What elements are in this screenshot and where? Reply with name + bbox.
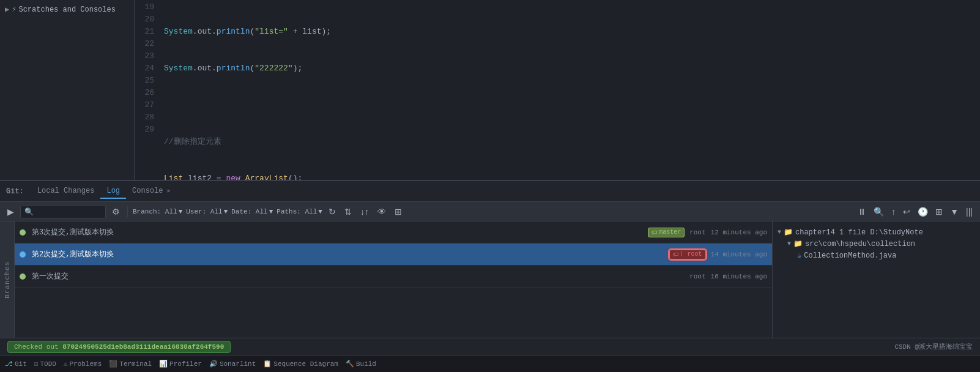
branch-dropdown-icon: ▼ — [179, 208, 183, 215]
user-dropdown-icon: ▼ — [224, 208, 228, 215]
commit-message-1: 第3次提交,测试版本切换 — [32, 227, 648, 237]
commit-author-1: root — [689, 229, 705, 236]
tag-label: master — [659, 229, 681, 236]
paths-selector[interactable]: Paths: All ▼ — [277, 208, 322, 215]
right-panel-file-text: CollectionMethod.java — [804, 251, 896, 260]
clock-button[interactable]: 🕐 — [915, 206, 930, 218]
commit-message-2: 第2次提交,测试版本切换 — [32, 249, 669, 259]
search-input[interactable] — [20, 205, 106, 218]
taskbar-problems-label: Problems — [69, 360, 102, 368]
taskbar-git-label: Git — [15, 360, 27, 368]
tab-console[interactable]: Console ✕ — [126, 184, 176, 199]
scratches-icon: ⚡ — [12, 5, 16, 14]
left-sidebar: ▶ ⚡ Scratches and Consoles — [0, 0, 135, 180]
branches-sidebar: Branches — [0, 221, 15, 338]
commit-meta-3: root 16 minutes ago — [689, 273, 767, 280]
date-selector[interactable]: Date: All ▼ — [231, 208, 273, 215]
undo-button[interactable]: ↩ — [900, 206, 913, 218]
terminal-icon: ⬛ — [109, 360, 117, 368]
git-tab-bar: Git: Local Changes Log Console ✕ — [0, 181, 980, 202]
code-content: System.out.println("list=" + list); Syst… — [159, 0, 980, 180]
checkout-message: Checked out 87024950525d1eb8ad3111deaa16… — [7, 341, 231, 353]
arrow-up-button[interactable]: ↑ — [889, 206, 898, 218]
line-num-23: 23 — [135, 50, 154, 62]
red-tag-icon: 🏷 — [673, 251, 679, 258]
tab-local-changes[interactable]: Local Changes — [31, 184, 101, 199]
user-selector[interactable]: User: All ▼ — [186, 208, 228, 215]
master-tag: 🏷 master — [648, 228, 685, 237]
scratches-label: Scratches and Consoles — [18, 6, 115, 14]
red-tag: 🏷 ! root — [669, 250, 706, 259]
settings-button[interactable]: ⚙ — [110, 206, 122, 218]
tab-log[interactable]: Log — [100, 184, 126, 199]
right-panel-src: ▼ 📁 src\com\hspedu\collection — [778, 238, 975, 250]
taskbar-sonarlint[interactable]: 🔊 Sonarlint — [209, 360, 256, 368]
profiler-icon: 📊 — [159, 360, 168, 368]
code-panel: 19 20 21 22 23 24 25 26 27 28 29 System.… — [135, 0, 980, 180]
folder-icon-1: 📁 — [784, 228, 793, 237]
tab-local-changes-label: Local Changes — [37, 187, 95, 195]
toolbar-sep-1 — [127, 206, 128, 217]
right-src-arrow-icon: ▼ — [787, 240, 791, 247]
line-num-27: 27 — [135, 99, 154, 111]
commit-row-2[interactable]: 第2次提交,测试版本切换 🏷 ! root 14 minutes ago — [15, 244, 772, 266]
commit-time-3: 16 minutes ago — [711, 273, 767, 280]
checkout-hash: 87024950525d1eb8ad3111deaa16838af264f590 — [62, 343, 224, 351]
taskbar-build[interactable]: 🔨 Build — [346, 360, 376, 368]
commit-row-3[interactable]: 第一次提交 root 16 minutes ago — [15, 266, 772, 288]
taskbar-profiler[interactable]: 📊 Profiler — [159, 360, 202, 368]
editor-area: ▶ ⚡ Scratches and Consoles 19 20 21 22 2… — [0, 0, 980, 180]
taskbar-todo-label: TODO — [40, 360, 56, 368]
java-file-icon: ☕ — [797, 251, 801, 260]
right-panel-folder-text: src\com\hspedu\collection — [805, 240, 915, 248]
right-arrow-icon: ▼ — [778, 229, 781, 236]
taskbar-profiler-label: Profiler — [169, 360, 202, 368]
build-icon: 🔨 — [346, 360, 354, 368]
branches-label: Branches — [4, 261, 11, 299]
todo-icon: ☑ — [34, 360, 39, 368]
tag-icon: 🏷 — [651, 229, 658, 236]
taskbar-terminal[interactable]: ⬛ Terminal — [109, 360, 152, 368]
watermark: CSDN @派大星搭海绵宝宝 — [894, 342, 973, 351]
taskbar-sequence[interactable]: 📋 Sequence Diagram — [263, 360, 338, 368]
branch-selector[interactable]: Branch: All ▼ — [133, 208, 182, 215]
filter-button[interactable]: ▼ — [948, 206, 961, 218]
tab-console-close[interactable]: ✕ — [166, 187, 170, 195]
commit-row-1[interactable]: 第3次提交,测试版本切换 🏷 master root 12 minutes ag… — [15, 221, 772, 244]
code-line-20: System.out.println("222222"); — [164, 62, 980, 75]
grid-button[interactable]: ⊞ — [933, 206, 945, 218]
line-num-28: 28 — [135, 111, 154, 124]
right-panel-title: ▼ 📁 chapter14 1 file D:\StudyNote — [778, 226, 975, 238]
git-toolbar: ▶ ⚙ Branch: All ▼ User: All ▼ Date: All … — [0, 202, 980, 221]
refresh-button[interactable]: ↻ — [326, 206, 338, 218]
pull-button[interactable]: ↓↑ — [358, 206, 371, 218]
git-icon: ⎇ — [5, 360, 13, 368]
expand-all-button[interactable]: ▶ — [5, 206, 17, 218]
taskbar-todo[interactable]: ☑ TODO — [34, 360, 56, 368]
columns-button[interactable]: ||| — [963, 206, 975, 218]
taskbar-problems[interactable]: ⚠ Problems — [64, 360, 102, 368]
user-selector-label: User: All — [186, 208, 222, 215]
commit-meta-1: 🏷 master root 12 minutes ago — [648, 228, 767, 237]
line-num-19: 19 — [135, 1, 154, 13]
taskbar-terminal-label: Terminal — [119, 360, 152, 368]
commit-message-3: 第一次提交 — [32, 271, 689, 281]
line-num-25: 25 — [135, 75, 154, 87]
graph-button[interactable]: ⊞ — [392, 206, 404, 218]
scratches-item[interactable]: ▶ ⚡ Scratches and Consoles — [0, 3, 134, 16]
commit-author-3: root — [689, 273, 705, 280]
search-btn[interactable]: 🔍 — [871, 206, 886, 218]
pause-button[interactable]: ⏸ — [855, 206, 869, 218]
line-numbers: 19 20 21 22 23 24 25 26 27 28 29 — [135, 0, 159, 180]
date-selector-label: Date: All — [231, 208, 267, 215]
fetch-button[interactable]: ⇅ — [342, 206, 354, 218]
status-bar: Checked out 87024950525d1eb8ad3111deaa16… — [0, 338, 980, 355]
right-panel-file[interactable]: ☕ CollectionMethod.java — [778, 250, 975, 261]
commit-time-2: 14 minutes ago — [711, 251, 767, 258]
taskbar: ⎇ Git ☑ TODO ⚠ Problems ⬛ Terminal 📊 Pro… — [0, 355, 980, 372]
right-panel: ▼ 📁 chapter14 1 file D:\StudyNote ▼ 📁 sr… — [772, 221, 980, 338]
date-dropdown-icon: ▼ — [269, 208, 273, 215]
code-line-23: List list2 = new ArrayList(); — [164, 173, 980, 180]
taskbar-git[interactable]: ⎇ Git — [5, 360, 27, 368]
eye-button[interactable]: 👁 — [375, 206, 388, 218]
